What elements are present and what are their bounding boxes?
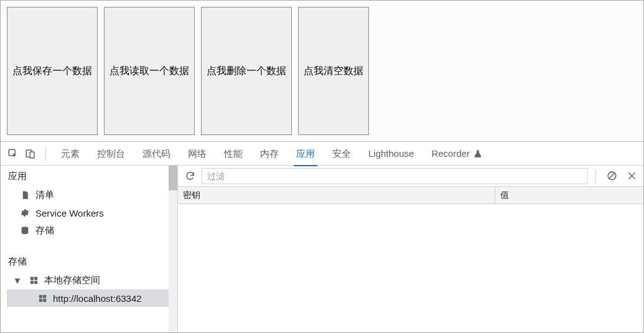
device-toggle-icon[interactable] [23, 146, 38, 161]
svg-rect-11 [43, 299, 46, 302]
tab-recorder-label: Recorder [431, 142, 470, 166]
sidebar-item-label: 清单 [35, 189, 54, 201]
clear-button[interactable]: 点我清空数据 [298, 7, 369, 135]
chevron-down-icon[interactable]: ▼ [13, 275, 22, 286]
svg-rect-7 [34, 281, 37, 284]
svg-rect-5 [34, 277, 37, 280]
storage-toolbar [178, 166, 643, 187]
sidebar-item-label: Service Workers [35, 208, 104, 218]
application-sidebar: 应用 清单 Service Workers 存储 存储 [1, 166, 178, 332]
svg-rect-6 [30, 281, 33, 284]
save-button[interactable]: 点我保存一个数据 [7, 7, 98, 135]
table-header-row: 密钥 值 [178, 187, 643, 204]
clear-all-button[interactable] [604, 168, 620, 184]
tab-recorder[interactable]: Recorder [422, 142, 491, 166]
svg-rect-4 [30, 277, 33, 280]
tab-console[interactable]: 控制台 [88, 142, 134, 166]
grid-icon [37, 293, 48, 304]
file-icon [19, 190, 30, 201]
storage-main: 密钥 值 [178, 166, 643, 332]
tab-application[interactable]: 应用 [287, 142, 324, 166]
divider [45, 147, 46, 161]
tab-elements[interactable]: 元素 [52, 142, 88, 166]
sidebar-scrollbar[interactable] [169, 166, 177, 332]
tree-item-local-storage[interactable]: ▼ 本地存储空间 [7, 271, 177, 289]
tab-performance[interactable]: 性能 [215, 142, 251, 166]
tree-item-label: 本地存储空间 [44, 274, 100, 286]
sidebar-item-service-workers[interactable]: Service Workers [1, 204, 177, 222]
svg-rect-10 [39, 299, 42, 302]
svg-line-13 [609, 173, 615, 179]
database-icon [19, 225, 30, 237]
devtools-panel: 元素 控制台 源代码 网络 性能 内存 应用 安全 Lighthouse Rec… [1, 142, 643, 332]
read-button[interactable]: 点我读取一个数据 [104, 7, 195, 135]
svg-rect-2 [30, 152, 34, 158]
tree-item-origin[interactable]: http://localhost:63342 [7, 289, 177, 307]
divider [595, 169, 596, 183]
page-content: 点我保存一个数据 点我读取一个数据 点我删除一个数据 点我清空数据 [1, 1, 643, 142]
column-header-value[interactable]: 值 [495, 187, 643, 204]
ban-icon [607, 171, 617, 181]
tab-memory[interactable]: 内存 [251, 142, 287, 166]
sidebar-item-storage-overview[interactable]: 存储 [1, 222, 177, 240]
sidebar-section-application: 应用 [1, 166, 177, 186]
sidebar-item-manifest[interactable]: 清单 [1, 186, 177, 204]
table-body[interactable] [178, 204, 643, 332]
filter-input[interactable] [202, 168, 588, 184]
sidebar-section-storage: 存储 [1, 251, 177, 271]
svg-rect-9 [43, 294, 46, 298]
column-header-key[interactable]: 密钥 [178, 187, 495, 204]
storage-tree: ▼ 本地存储空间 http://localhost:63342 [1, 271, 177, 307]
tab-lighthouse[interactable]: Lighthouse [360, 142, 422, 166]
close-icon [627, 171, 637, 181]
flask-icon [474, 149, 482, 158]
tab-network[interactable]: 网络 [179, 142, 215, 166]
tab-sources[interactable]: 源代码 [134, 142, 179, 166]
storage-table: 密钥 值 [178, 187, 643, 332]
devtools-body: 应用 清单 Service Workers 存储 存储 [1, 166, 643, 332]
gear-icon [19, 207, 30, 218]
inspect-icon[interactable] [6, 146, 21, 161]
refresh-icon [185, 171, 195, 181]
sidebar-item-label: 存储 [35, 225, 54, 237]
svg-rect-8 [39, 294, 42, 298]
refresh-button[interactable] [182, 168, 198, 184]
grid-icon [28, 275, 39, 286]
delete-selected-button[interactable] [623, 168, 640, 184]
devtools-tab-bar: 元素 控制台 源代码 网络 性能 内存 应用 安全 Lighthouse Rec… [1, 142, 643, 166]
scrollbar-thumb[interactable] [169, 166, 177, 190]
tab-security[interactable]: 安全 [324, 142, 360, 166]
tree-item-label: http://localhost:63342 [53, 293, 142, 304]
delete-button[interactable]: 点我删除一个数据 [201, 7, 292, 135]
